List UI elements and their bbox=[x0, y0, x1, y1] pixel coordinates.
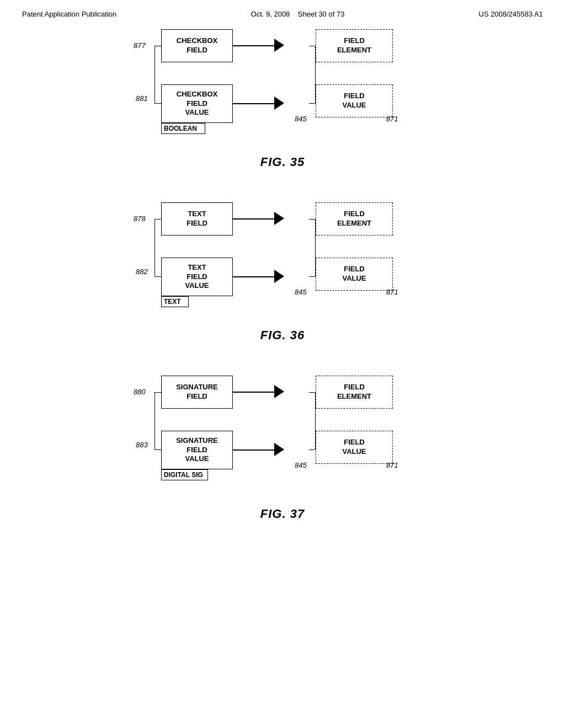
field-element-box-36: FIELDELEMENT bbox=[316, 202, 393, 235]
digital-sig-sublabel: DIGITAL SIG bbox=[161, 469, 208, 480]
arrow-line-bottom-36 bbox=[233, 276, 277, 277]
figure-36-container: TEXTFIELD TEXTFIELDVALUE TEXT FIELDELEME… bbox=[33, 197, 532, 342]
ref-845-35: 845 bbox=[295, 115, 307, 123]
field-value-box-35: FIELDVALUE bbox=[316, 84, 393, 117]
field-element-box-37: FIELDELEMENT bbox=[316, 376, 393, 409]
ref-881: 881 bbox=[136, 94, 148, 103]
arrowhead-top-37 bbox=[274, 385, 284, 398]
boolean-sublabel: BOOLEAN bbox=[161, 123, 205, 134]
brace-line-right-36 bbox=[309, 219, 316, 277]
arrowhead-top-36 bbox=[274, 212, 284, 225]
header-right: US 2008/245583 A1 bbox=[479, 10, 543, 18]
ref-880: 880 bbox=[134, 388, 146, 396]
checkbox-field-box: CHECKBOXFIELD bbox=[161, 29, 233, 62]
text-field-value-box: TEXTFIELDVALUE bbox=[161, 258, 233, 296]
arrowhead-top-35 bbox=[274, 39, 284, 52]
text-field-box: TEXTFIELD bbox=[161, 202, 233, 235]
signature-field-value-box: SIGNATUREFIELDVALUE bbox=[161, 431, 233, 469]
checkbox-field-value-box: CHECKBOXFIELDVALUE bbox=[161, 84, 233, 123]
fig36-caption: FIG. 36 bbox=[260, 328, 305, 342]
ref-883: 883 bbox=[136, 441, 148, 449]
field-value-box-36: FIELDVALUE bbox=[316, 258, 393, 291]
brace-line-right-37 bbox=[309, 392, 316, 450]
brace-line-36 bbox=[154, 219, 161, 277]
field-value-box-37: FIELDVALUE bbox=[316, 431, 393, 464]
ref-871-37: 871 bbox=[386, 461, 398, 469]
arrowhead-bottom-36 bbox=[274, 270, 284, 283]
header-center: Oct. 9, 2008 Sheet 30 of 73 bbox=[251, 10, 345, 18]
arrowhead-bottom-35 bbox=[274, 97, 284, 110]
arrow-line-bottom-35 bbox=[233, 103, 277, 104]
fig35-caption: FIG. 35 bbox=[260, 155, 305, 169]
ref-845-36: 845 bbox=[295, 288, 307, 296]
figure-37-container: SIGNATUREFIELD SIGNATUREFIELDVALUE DIGIT… bbox=[33, 370, 532, 521]
ref-882: 882 bbox=[136, 267, 148, 276]
header-left: Patent Application Publication bbox=[22, 10, 116, 18]
figure-36-diagram: TEXTFIELD TEXTFIELDVALUE TEXT FIELDELEME… bbox=[128, 197, 437, 318]
patent-header: Patent Application Publication Oct. 9, 2… bbox=[0, 0, 565, 24]
fig37-caption: FIG. 37 bbox=[260, 507, 305, 521]
ref-871-35: 871 bbox=[386, 115, 398, 123]
ref-871-36: 871 bbox=[386, 288, 398, 296]
figure-37-diagram: SIGNATUREFIELD SIGNATUREFIELDVALUE DIGIT… bbox=[128, 370, 437, 497]
patent-body: CHECKBOXFIELD CHECKBOXFIELDVALUE BOOLEAN… bbox=[0, 24, 565, 527]
brace-line-37 bbox=[154, 392, 161, 450]
brace-line-right-35 bbox=[309, 46, 316, 104]
ref-878: 878 bbox=[134, 215, 146, 223]
ref-845-37: 845 bbox=[295, 461, 307, 469]
arrow-line-bottom-37 bbox=[233, 449, 277, 451]
arrow-line-top-36 bbox=[233, 218, 277, 220]
arrow-line-top-37 bbox=[233, 392, 277, 393]
figure-35-container: CHECKBOXFIELD CHECKBOXFIELDVALUE BOOLEAN… bbox=[33, 24, 532, 169]
signature-field-box: SIGNATUREFIELD bbox=[161, 376, 233, 409]
text-sublabel: TEXT bbox=[161, 296, 189, 307]
arrowhead-bottom-37 bbox=[274, 443, 284, 456]
brace-line-35 bbox=[154, 46, 161, 104]
ref-877: 877 bbox=[134, 41, 146, 50]
field-element-box-35: FIELDELEMENT bbox=[316, 29, 393, 62]
figure-35-diagram: CHECKBOXFIELD CHECKBOXFIELDVALUE BOOLEAN… bbox=[128, 24, 437, 145]
arrow-line-top-35 bbox=[233, 45, 277, 46]
